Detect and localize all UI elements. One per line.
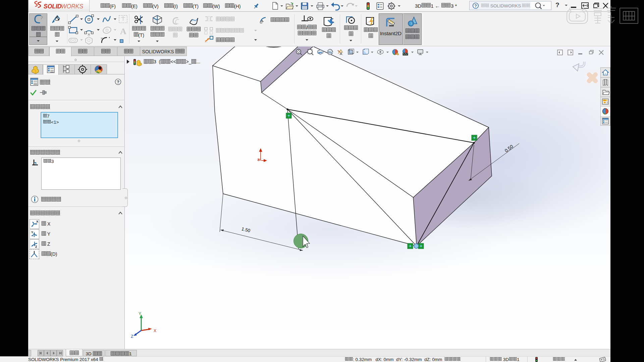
svg-text:Z: Z — [35, 245, 37, 248]
svg-text:SOLID: SOLID — [44, 3, 62, 10]
svg-text:0.50: 0.50 — [503, 143, 514, 153]
svg-text:?: ? — [474, 4, 477, 8]
svg-text:?: ? — [117, 80, 119, 84]
svg-text:WORKS: WORKS — [61, 3, 83, 10]
svg-text:A: A — [340, 52, 342, 56]
svg-text:X: X — [154, 328, 156, 333]
svg-text:X: X — [36, 220, 38, 223]
svg-text:1.50: 1.50 — [241, 226, 251, 233]
svg-text:Z: Z — [131, 334, 133, 339]
svg-text:Y: Y — [31, 231, 33, 234]
svg-text:Y: Y — [139, 311, 141, 316]
svg-text:A: A — [120, 26, 126, 36]
